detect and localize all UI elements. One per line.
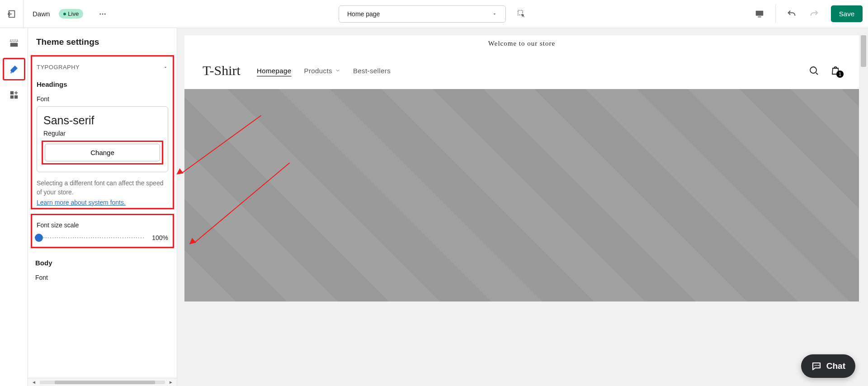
chat-label: Chat	[826, 361, 845, 371]
sidebar-title: Theme settings	[28, 28, 177, 52]
top-bar: Dawn Live Home page Save	[0, 0, 868, 28]
svg-point-14	[816, 365, 817, 366]
change-button-highlight: Change	[42, 141, 163, 165]
font-size-slider[interactable]	[37, 237, 145, 238]
change-font-button[interactable]: Change	[45, 144, 160, 161]
redo-button[interactable]	[805, 5, 824, 23]
caret-down-icon	[163, 65, 168, 70]
svg-point-13	[815, 365, 816, 366]
announcement-bar: Welcome to our store	[184, 35, 859, 52]
exit-icon	[7, 9, 17, 19]
slider-row: 100%	[37, 234, 168, 241]
nav-homepage[interactable]: Homepage	[257, 67, 292, 75]
search-icon	[808, 65, 819, 76]
svg-rect-8	[10, 43, 18, 47]
viewport-desktop-button[interactable]	[750, 5, 769, 23]
body-font-label: Font	[35, 274, 170, 281]
topbar-right: Save	[750, 5, 863, 23]
cart-button[interactable]: 1	[830, 65, 841, 76]
redo-icon	[809, 9, 819, 19]
svg-point-3	[104, 13, 106, 14]
inspector-icon	[517, 9, 527, 19]
header-icons: 1	[808, 65, 841, 76]
hscroll-track[interactable]	[40, 381, 165, 384]
font-card: Sans-serif Regular Change	[37, 106, 168, 172]
page-selector[interactable]: Home page	[339, 5, 506, 23]
body-label: Body	[35, 259, 170, 267]
svg-point-12	[810, 67, 816, 73]
caret-down-icon	[492, 11, 497, 17]
typography-header[interactable]: TYPOGRAPHY	[37, 59, 168, 75]
more-actions-button[interactable]	[96, 7, 109, 21]
typography-label: TYPOGRAPHY	[37, 64, 80, 71]
svg-rect-6	[758, 16, 761, 17]
exit-button[interactable]	[0, 0, 24, 28]
chat-icon	[811, 361, 822, 372]
theme-settings-tab[interactable]	[3, 58, 25, 80]
status-badge: Live	[59, 9, 83, 19]
sidebar-hscrollbar[interactable]: ◄ ►	[28, 378, 177, 386]
slider-thumb[interactable]	[35, 234, 43, 242]
undo-button[interactable]	[782, 5, 801, 23]
svg-rect-11	[10, 95, 13, 99]
store-header: T-Shirt Homepage Products Best-sellers 1	[184, 52, 859, 89]
dots-icon	[99, 10, 107, 18]
preview-pane: Welcome to our store T-Shirt Homepage Pr…	[177, 28, 868, 386]
chevron-down-icon	[335, 68, 340, 73]
hero-image	[184, 89, 859, 301]
svg-point-15	[818, 365, 819, 366]
search-button[interactable]	[808, 65, 819, 76]
headings-label: Headings	[37, 80, 168, 88]
font-size-value: 100%	[149, 234, 168, 241]
paintbrush-icon	[9, 64, 19, 75]
svg-point-1	[99, 13, 101, 14]
svg-rect-7	[10, 40, 18, 42]
store-nav: Homepage Products Best-sellers	[257, 67, 391, 75]
preview-scroll-thumb[interactable]	[861, 35, 866, 67]
main: Theme settings TYPOGRAPHY Headings Font …	[0, 28, 868, 386]
store-logo[interactable]: T-Shirt	[203, 63, 241, 78]
nav-bestsellers[interactable]: Best-sellers	[353, 67, 391, 75]
typography-section: TYPOGRAPHY Headings Font Sans-serif Regu…	[31, 55, 174, 209]
page-selector-label: Home page	[347, 10, 380, 18]
svg-rect-5	[756, 10, 764, 15]
font-variant: Regular	[43, 130, 161, 137]
theme-name: Dawn	[33, 10, 50, 18]
nav-products-label: Products	[304, 67, 332, 75]
sections-icon	[9, 38, 19, 48]
icon-rail	[0, 28, 28, 386]
chat-widget[interactable]: Chat	[801, 354, 855, 378]
svg-rect-9	[10, 91, 13, 94]
page-select-group: Home page	[339, 5, 529, 23]
sections-tab[interactable]	[5, 34, 23, 52]
body-group: Body Font	[28, 251, 177, 287]
divider	[775, 5, 776, 23]
font-name: Sans-serif	[43, 114, 161, 127]
sidebar-scroll[interactable]: TYPOGRAPHY Headings Font Sans-serif Regu…	[28, 52, 177, 378]
font-size-label: Font size scale	[37, 221, 168, 229]
topbar-left: Dawn Live	[5, 0, 109, 28]
hscroll-thumb[interactable]	[55, 381, 155, 384]
svg-point-2	[102, 13, 104, 14]
font-size-section: Font size scale 100%	[31, 214, 174, 248]
svg-rect-10	[14, 95, 17, 99]
system-fonts-link[interactable]: Learn more about system fonts.	[37, 199, 126, 206]
cart-count: 1	[836, 71, 844, 78]
hscroll-right[interactable]: ►	[167, 380, 175, 385]
font-label: Font	[37, 95, 168, 103]
app-embeds-tab[interactable]	[5, 86, 23, 104]
apps-icon	[9, 90, 19, 100]
desktop-icon	[755, 9, 764, 19]
undo-icon	[787, 9, 797, 19]
hscroll-left[interactable]: ◄	[30, 380, 38, 385]
help-text: Selecting a different font can affect th…	[37, 179, 168, 197]
inspector-toggle[interactable]	[514, 6, 529, 22]
preview-scrollbar[interactable]	[861, 35, 866, 386]
settings-sidebar: Theme settings TYPOGRAPHY Headings Font …	[28, 28, 177, 386]
save-button[interactable]: Save	[831, 5, 863, 22]
nav-products[interactable]: Products	[304, 67, 340, 75]
